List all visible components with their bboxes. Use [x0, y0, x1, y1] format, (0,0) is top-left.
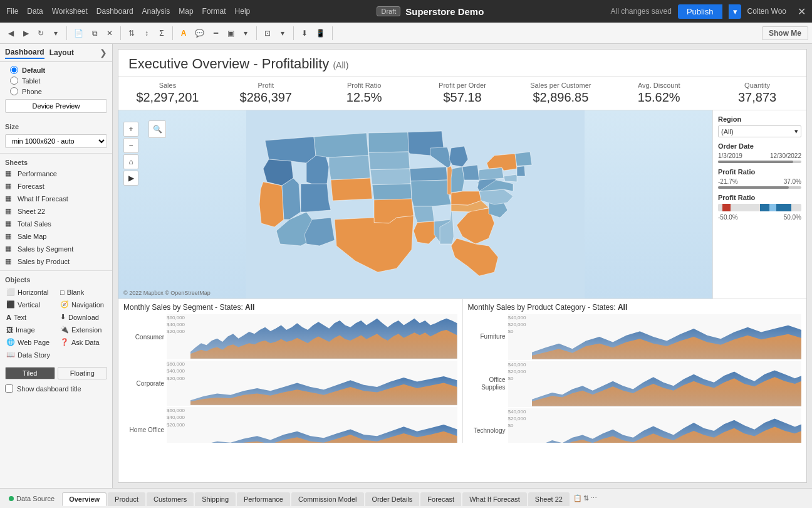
- close-button[interactable]: ✕: [798, 6, 806, 18]
- tab-shipping[interactable]: Shipping: [195, 492, 236, 506]
- map-search-button[interactable]: 🔍: [148, 120, 166, 138]
- state-washington[interactable]: [265, 137, 316, 163]
- state-newengland[interactable]: [515, 152, 532, 166]
- state-wyoming[interactable]: [329, 156, 370, 180]
- publish-dropdown-button[interactable]: ▾: [729, 4, 741, 19]
- device-preview-button[interactable]: 📱: [313, 26, 328, 40]
- state-nebraska[interactable]: [370, 169, 411, 185]
- state-northdakota[interactable]: [368, 132, 409, 152]
- menu-worksheet[interactable]: Worksheet: [52, 7, 88, 16]
- panel-collapse-button[interactable]: ❯: [100, 48, 107, 58]
- fit-button[interactable]: ⊡: [261, 26, 274, 40]
- menu-file[interactable]: File: [6, 7, 18, 16]
- state-iowa[interactable]: [410, 167, 447, 181]
- device-default[interactable]: Default: [0, 65, 112, 75]
- zoom-in-button[interactable]: +: [123, 122, 138, 137]
- state-southdakota[interactable]: [369, 152, 410, 170]
- object-webpage[interactable]: 🌐 Web Page: [3, 336, 56, 348]
- sheet-forecast[interactable]: ▦ Forecast: [0, 180, 112, 193]
- sort-sheets-button[interactable]: ⇅: [583, 494, 589, 502]
- state-california[interactable]: [259, 182, 284, 227]
- dropdown3-button[interactable]: ▾: [276, 26, 289, 40]
- sheet-sale-map[interactable]: ▦ Sale Map: [0, 230, 112, 243]
- tab-customers[interactable]: Customers: [147, 492, 194, 506]
- dashboard-tab[interactable]: Dashboard: [5, 46, 44, 59]
- object-image[interactable]: 🖼 Image: [3, 324, 56, 336]
- refresh-button[interactable]: ↻: [34, 26, 48, 40]
- sheet-performance[interactable]: ▦ Performance: [0, 167, 112, 180]
- state-indiana[interactable]: [451, 167, 464, 193]
- device-tablet[interactable]: Tablet: [0, 75, 112, 86]
- new-sheet-button[interactable]: 📄: [71, 26, 86, 40]
- device-phone[interactable]: Phone: [0, 86, 112, 97]
- export-button[interactable]: ⬇: [298, 26, 311, 40]
- layout-tab[interactable]: Layout: [49, 47, 74, 58]
- tab-overview[interactable]: Overview: [62, 492, 107, 506]
- mark-type-button[interactable]: ━: [209, 26, 222, 40]
- object-text[interactable]: A Text: [3, 311, 56, 323]
- tab-performance[interactable]: Performance: [237, 492, 290, 506]
- sheets-menu-button[interactable]: ⋯: [590, 494, 597, 502]
- tab-what-if[interactable]: What If Forecast: [462, 492, 527, 506]
- tab-order-details[interactable]: Order Details: [365, 492, 420, 506]
- menu-format[interactable]: Format: [202, 7, 226, 16]
- state-montana[interactable]: [314, 133, 368, 157]
- state-pennsylvania[interactable]: [479, 167, 504, 180]
- sum-button[interactable]: Σ: [155, 26, 169, 40]
- date-slider[interactable]: [718, 161, 801, 163]
- sort-asc-button[interactable]: ⇅: [125, 26, 138, 40]
- show-me-button[interactable]: Show Me: [762, 26, 808, 40]
- dropdown2-button[interactable]: ▾: [239, 26, 252, 40]
- duplicate-button[interactable]: ⧉: [88, 26, 102, 40]
- device-preview-button[interactable]: Device Preview: [5, 99, 107, 113]
- forward-button[interactable]: ▶: [19, 26, 33, 40]
- state-missouri[interactable]: [411, 180, 451, 206]
- size-dropdown[interactable]: min 1000x620 · auto: [5, 134, 107, 148]
- object-blank[interactable]: □ Blank: [56, 286, 110, 298]
- tab-sheet22[interactable]: Sheet 22: [528, 492, 570, 506]
- show-title-checkbox[interactable]: [5, 384, 13, 393]
- sheet-sales-by-segment[interactable]: ▦ Sales by Segment: [0, 243, 112, 255]
- pan-button[interactable]: ▶: [123, 171, 138, 186]
- state-colorado[interactable]: [331, 178, 372, 201]
- tiled-button[interactable]: Tiled: [5, 367, 55, 379]
- object-extension[interactable]: 🔌 Extension: [56, 324, 110, 336]
- menu-analysis[interactable]: Analysis: [142, 7, 170, 16]
- state-nevada[interactable]: [282, 178, 301, 220]
- datasource-tab[interactable]: Data Source: [3, 492, 61, 505]
- object-data-story[interactable]: 📖 Data Story: [3, 349, 56, 361]
- size-button[interactable]: ▣: [224, 26, 237, 40]
- state-arkansas[interactable]: [414, 206, 434, 223]
- floating-button[interactable]: Floating: [58, 367, 108, 379]
- menu-map[interactable]: Map: [179, 7, 193, 16]
- user-name[interactable]: Colten Woo: [747, 7, 786, 16]
- zoom-out-button[interactable]: −: [123, 138, 138, 153]
- back-button[interactable]: ◀: [4, 26, 18, 40]
- state-utah[interactable]: [301, 184, 331, 212]
- sheet-sheet22[interactable]: ▦ Sheet 22: [0, 205, 112, 218]
- tab-forecast[interactable]: Forecast: [420, 492, 461, 506]
- tooltip-button[interactable]: 💬: [192, 26, 207, 40]
- menu-help[interactable]: Help: [235, 7, 251, 16]
- sheet-what-if-forecast[interactable]: ▦ What If Forecast: [0, 193, 112, 205]
- sheet-total-sales[interactable]: ▦ Total Sales: [0, 218, 112, 230]
- tab-product[interactable]: Product: [108, 492, 145, 506]
- object-ask-data[interactable]: ❓ Ask Data: [56, 336, 110, 348]
- profit-ratio-slider[interactable]: [718, 186, 801, 189]
- object-navigation[interactable]: 🧭 Navigation: [56, 299, 110, 310]
- state-newjersey[interactable]: [517, 166, 525, 176]
- region-dropdown[interactable]: (All) ▾: [718, 125, 801, 137]
- dropdown-button[interactable]: ▾: [49, 26, 63, 40]
- add-sheet-button[interactable]: 📋: [573, 494, 582, 502]
- clear-button[interactable]: ✕: [103, 26, 117, 40]
- highlight-button[interactable]: A: [177, 26, 190, 40]
- object-download[interactable]: ⬇ Download: [56, 311, 110, 323]
- home-button[interactable]: ⌂: [123, 154, 138, 169]
- menu-data[interactable]: Data: [27, 7, 43, 16]
- map-area[interactable]: 🔍 + − ⌂ ▶ © 2022 Mapbox © OpenStreetMap: [118, 110, 712, 299]
- sort-desc-button[interactable]: ↕: [140, 26, 154, 40]
- publish-button[interactable]: Publish: [678, 4, 722, 19]
- tab-commission[interactable]: Commission Model: [291, 492, 364, 506]
- state-ohio[interactable]: [462, 165, 479, 180]
- menu-dashboard[interactable]: Dashboard: [96, 7, 133, 16]
